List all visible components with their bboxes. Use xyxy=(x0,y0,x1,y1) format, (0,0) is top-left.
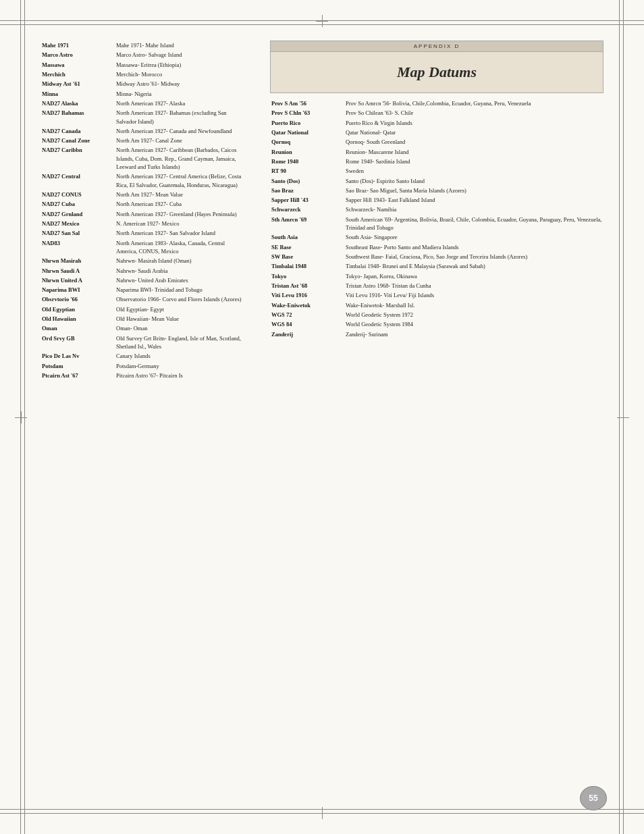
left-datum-table: Mahe 1971 Mahe 1971- Mahe Island Marco A… xyxy=(41,41,243,380)
datum-name: Wake-Eniwetok xyxy=(270,301,344,310)
list-item: Sao Braz Sao Braz- Sao Miguel, Santa Mar… xyxy=(270,186,603,195)
list-item: RT 90 Sweden xyxy=(270,166,603,176)
list-item: Viti Levu 1916 Viti Levu 1916- Viti Levu… xyxy=(270,290,603,300)
datum-desc: Qornoq- South Greenland xyxy=(344,137,603,147)
list-item: Schwarzeck Schwarzeck- Namibia xyxy=(270,205,603,214)
list-item: Wake-Eniwetok Wake-Eniwetok- Marshall Is… xyxy=(270,301,603,310)
datum-name: NAD27 Cuba xyxy=(41,199,115,209)
datum-desc: North American 1983- Alaska, Canada, Cen… xyxy=(115,238,243,257)
list-item: SW Base Southwest Base- Faial, Graciosa,… xyxy=(270,252,603,261)
datum-name: Old Egyptian xyxy=(41,305,115,314)
datum-desc: Prov So Amrcn '56- Bolivia, Chile,Colomb… xyxy=(344,99,603,108)
list-item: NAD27 Bahamas North American 1927- Baham… xyxy=(41,108,243,126)
list-item: Puerto Rico Puerto Rico & Virgin Islands xyxy=(270,118,603,128)
datum-name: Sao Braz xyxy=(270,186,344,195)
list-item: Merchich Merchich- Morocco xyxy=(41,70,243,79)
list-item: Nhrwn Saudi A Nahrwn- Saudi Arabia xyxy=(41,266,243,276)
datum-desc: Nahrwn- Saudi Arabia xyxy=(115,266,243,276)
list-item: NAD27 Caribbn North American 1927- Carib… xyxy=(41,145,243,172)
datum-name: NAD27 Central xyxy=(41,172,115,190)
datum-name: Naparima BWI xyxy=(41,285,115,294)
datum-desc: North American 1927- Alaska xyxy=(115,99,243,108)
datum-name: Santo (Dos) xyxy=(270,176,344,186)
datum-desc: North American 1927- Bahamas (excluding … xyxy=(115,108,243,126)
datum-name: NAD83 xyxy=(41,238,115,257)
datum-name: Midway Ast '61 xyxy=(41,79,115,88)
datum-desc: N. American 1927- Mexico xyxy=(115,219,243,228)
list-item: Potsdam Potsdam-Germany xyxy=(41,361,243,371)
list-item: Qatar National Qatar National- Qatar xyxy=(270,128,603,137)
datum-name: NAD27 Bahamas xyxy=(41,108,115,126)
datum-desc: World Geodetic System 1984 xyxy=(344,319,603,329)
list-item: Marco Astro Marco Astro- Salvage Island xyxy=(41,50,243,59)
list-item: Sth Amrcn '69 South American '69- Argent… xyxy=(270,215,603,233)
list-item: Qornoq Qornoq- South Greenland xyxy=(270,137,603,147)
datum-name: Zanderij xyxy=(270,330,344,339)
datum-desc: Qatar National- Qatar xyxy=(344,128,603,137)
datum-desc: Southeast Base- Porto Santo and Madiera … xyxy=(344,242,603,252)
list-item: NAD27 Grnland North American 1927- Green… xyxy=(41,209,243,219)
datum-desc: Wake-Eniwetok- Marshall Isl. xyxy=(344,301,603,310)
datum-name: NAD27 Mexico xyxy=(41,219,115,228)
list-item: NAD27 Mexico N. American 1927- Mexico xyxy=(41,219,243,228)
datum-name: Old Hawaiian xyxy=(41,314,115,323)
datum-desc: North Am 1927- Canal Zone xyxy=(115,136,243,145)
datum-name: WGS 72 xyxy=(270,310,344,319)
list-item: NAD27 Canal Zone North Am 1927- Canal Zo… xyxy=(41,136,243,145)
datum-desc: North American 1927- Central America (Be… xyxy=(115,172,243,190)
list-item: Nhrwn Masirah Nahrwn- Masirah Island (Om… xyxy=(41,256,243,265)
datum-desc: Sao Braz- Sao Miguel, Santa Maria Island… xyxy=(344,186,603,195)
datum-name: WGS 84 xyxy=(270,319,344,329)
datum-name: Pico De Las Nv xyxy=(41,351,115,361)
datum-desc: Mahe 1971- Mahe Island xyxy=(115,41,243,50)
datum-name: NAD27 Canal Zone xyxy=(41,136,115,145)
datum-name: NAD27 Grnland xyxy=(41,209,115,219)
datum-desc: Old Hawaiian- Mean Value xyxy=(115,314,243,323)
right-datum-table: Prov S Am '56 Prov So Amrcn '56- Bolivia… xyxy=(270,99,603,339)
list-item: NAD27 Alaska North American 1927- Alaska xyxy=(41,99,243,108)
datum-desc: Observatorio 1966- Corvo and Flores Isla… xyxy=(115,294,243,304)
datum-desc: Naparima BWI- Trinidad and Tobago xyxy=(115,285,243,294)
list-item: Rome 1940 Rome 1940- Sardinia Island xyxy=(270,157,603,166)
datum-name: Obsrvtorio '66 xyxy=(41,294,115,304)
datum-name: Nhrwn Masirah xyxy=(41,256,115,265)
list-item: Pico De Las Nv Canary Islands xyxy=(41,351,243,361)
datum-desc: Pitcairn Astro '67- Pitcairn Is xyxy=(115,371,243,380)
list-item: NAD27 Canada North American 1927- Canada… xyxy=(41,126,243,136)
datum-name: South Asia xyxy=(270,232,344,242)
list-item: Naparima BWI Naparima BWI- Trinidad and … xyxy=(41,285,243,294)
datum-name: Tristan Ast '68 xyxy=(270,281,344,290)
list-item: WGS 72 World Geodetic System 1972 xyxy=(270,310,603,319)
appendix-label: APPENDIX D xyxy=(271,41,603,52)
datum-desc: Rome 1940- Sardinia Island xyxy=(344,157,603,166)
list-item: Timbalai 1948 Timbalai 1948- Brunei and … xyxy=(270,261,603,271)
list-item: Massawa Massawa- Eritrea (Ethiopia) xyxy=(41,60,243,70)
crosshair-bottom xyxy=(316,807,328,819)
datum-name: Prov S Chln '63 xyxy=(270,108,344,118)
datum-desc: Massawa- Eritrea (Ethiopia) xyxy=(115,60,243,70)
datum-name: Qatar National xyxy=(270,128,344,137)
datum-desc: North American 1927- Canada and Newfound… xyxy=(115,126,243,136)
datum-desc: North American 1927- Cuba xyxy=(115,199,243,209)
list-item: Minna Minna- Nigeria xyxy=(41,89,243,99)
datum-name: Tokyo xyxy=(270,271,344,281)
datum-desc: Reunion- Mascarene Island xyxy=(344,147,603,157)
datum-desc: Schwarzeck- Namibia xyxy=(344,205,603,214)
datum-name: Oman xyxy=(41,323,115,333)
crosshair-left xyxy=(15,411,27,423)
list-item: Obsrvtorio '66 Observatorio 1966- Corvo … xyxy=(41,294,243,304)
datum-name: Merchich xyxy=(41,70,115,79)
list-item: NAD27 CONUS North Am 1927- Mean Value xyxy=(41,190,243,199)
datum-name: RT 90 xyxy=(270,166,344,176)
list-item: South Asia South Asia- Singapore xyxy=(270,232,603,242)
page: Mahe 1971 Mahe 1971- Mahe Island Marco A… xyxy=(0,0,644,834)
datum-desc: North Am 1927- Mean Value xyxy=(115,190,243,199)
left-column: Mahe 1971 Mahe 1971- Mahe Island Marco A… xyxy=(41,41,257,793)
datum-name: NAD27 San Sal xyxy=(41,228,115,238)
list-item: Prov S Am '56 Prov So Amrcn '56- Bolivia… xyxy=(270,99,603,108)
list-item: SE Base Southeast Base- Porto Santo and … xyxy=(270,242,603,252)
appendix-title: Map Datums xyxy=(271,52,603,93)
datum-desc: Prov So Chilean '63- S. Chile xyxy=(344,108,603,118)
datum-name: Ptcairn Ast '67 xyxy=(41,371,115,380)
datum-name: Minna xyxy=(41,89,115,99)
